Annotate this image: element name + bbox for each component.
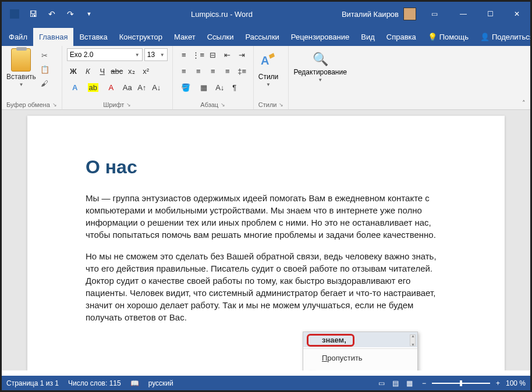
context-menu: знаем, Пропустить 📖 Грамматика... ✂ Выре… [303, 332, 418, 370]
font-size-value: 13 [147, 51, 155, 59]
tab-assist[interactable]: 💡Помощь [422, 28, 474, 46]
align-left-button[interactable]: ≡ [178, 65, 190, 77]
group-styles: A Стили ▼ Стили↘ [254, 46, 289, 109]
tab-help[interactable]: Справка [381, 28, 422, 46]
maximize-button[interactable]: ☐ [477, 2, 503, 26]
tab-review[interactable]: Рецензирование [285, 28, 355, 46]
zoom-level[interactable]: 100 % [506, 379, 526, 387]
bold-button[interactable]: Ж [67, 65, 80, 77]
format-painter-button[interactable]: 🖌 [40, 79, 50, 88]
clipboard-group-label: Буфер обмена [6, 101, 50, 108]
font-launcher[interactable]: ↘ [126, 102, 131, 108]
align-right-button[interactable]: ≡ [207, 65, 219, 77]
font-size-combo[interactable]: 13▼ [144, 48, 168, 61]
collapse-ribbon-button[interactable]: ˄ [522, 99, 526, 107]
align-center-button[interactable]: ≡ [192, 65, 205, 77]
tab-home[interactable]: Главная [33, 28, 73, 46]
sort-button[interactable]: A↓ [214, 81, 226, 94]
svg-text:A: A [261, 54, 269, 67]
superscript-button[interactable]: x² [140, 65, 152, 77]
group-editing: 🔍 Редактирование ▼ [289, 46, 351, 109]
window-title: Lumpics.ru - Word [102, 10, 342, 19]
user-area: Виталий Каиров ▭ [342, 2, 450, 26]
page[interactable]: О нас Мы — группа энтузиастов одержимых … [27, 116, 505, 370]
underline-button[interactable]: Ч [96, 65, 109, 77]
context-skip[interactable]: Пропустить [303, 350, 417, 365]
avatar[interactable] [403, 8, 416, 20]
search-icon: 🔍 [313, 52, 328, 67]
zoom-out-button[interactable]: − [422, 379, 426, 387]
tab-references[interactable]: Ссылки [201, 28, 240, 46]
multilevel-button[interactable]: ⊟ [207, 48, 219, 61]
bulb-icon: 💡 [428, 33, 437, 41]
context-suggestion[interactable]: знаем, [303, 332, 417, 347]
book-icon: 📖 [307, 369, 317, 371]
italic-button[interactable]: К [81, 65, 94, 77]
subscript-button[interactable]: x₂ [125, 65, 138, 77]
context-grammar[interactable]: 📖 Грамматика... [303, 365, 417, 370]
proofing-icon[interactable]: 📖 [130, 379, 139, 387]
zoom-thumb[interactable] [460, 380, 462, 386]
tab-share[interactable]: 👤Поделиться [474, 28, 532, 46]
copy-button[interactable]: 📋 [40, 65, 50, 74]
skip-text: Пропустить [322, 354, 413, 362]
indent-increase-button[interactable]: ⇥ [236, 48, 249, 61]
close-button[interactable]: ✕ [503, 2, 530, 26]
word-icon[interactable] [6, 6, 23, 22]
language-indicator[interactable]: русский [148, 379, 173, 387]
styles-launcher[interactable]: ↘ [279, 102, 283, 108]
shading-button[interactable]: 🪣 [178, 81, 194, 94]
strike-button[interactable]: abc [111, 65, 123, 77]
styles-button[interactable]: A Стили ▼ [258, 48, 279, 87]
clipboard-launcher[interactable]: ↘ [52, 102, 57, 108]
tab-layout[interactable]: Макет [168, 28, 201, 46]
tab-mailings[interactable]: Рассылки [239, 28, 285, 46]
read-mode-button[interactable]: ▭ [375, 378, 388, 389]
editing-button[interactable]: 🔍 Редактирование ▼ [293, 48, 346, 83]
zoom-in-button[interactable]: + [496, 379, 500, 387]
tab-file[interactable]: Файл [3, 28, 33, 46]
clipboard-icon [11, 48, 31, 72]
tab-view[interactable]: Вид [355, 28, 381, 46]
cut-button[interactable]: ✂ [40, 51, 50, 60]
minimize-button[interactable]: — [450, 2, 477, 26]
font-group-label: Шрифт [103, 101, 124, 108]
indent-decrease-button[interactable]: ⇤ [221, 48, 234, 61]
qat-customize[interactable]: ▼ [81, 6, 97, 22]
bullets-button[interactable]: ≡ [178, 48, 190, 61]
change-case-button[interactable]: Aa [121, 81, 134, 94]
paste-dropdown-icon: ▼ [19, 82, 23, 87]
font-name-combo[interactable]: Exo 2.0▼ [67, 48, 143, 61]
word-count[interactable]: Число слов: 115 [68, 379, 121, 387]
shrink-font-button[interactable]: A↓ [150, 81, 163, 94]
context-scroll[interactable] [410, 334, 416, 346]
undo-button[interactable]: ↶ [44, 6, 60, 22]
numbering-button[interactable]: ⋮≡ [192, 48, 205, 61]
highlight-button[interactable]: ab [85, 81, 101, 94]
page-indicator[interactable]: Страница 1 из 1 [6, 379, 59, 387]
line-spacing-button[interactable]: ‡≡ [236, 65, 249, 77]
paste-button[interactable]: Вставить ▼ [6, 48, 36, 87]
view-buttons: ▭ ▤ ▦ [375, 378, 416, 389]
show-marks-button[interactable]: ¶ [228, 81, 241, 94]
grow-font-button[interactable]: A↑ [136, 81, 148, 94]
web-layout-button[interactable]: ▦ [403, 378, 416, 389]
paragraph-1: Мы — группа энтузиастов одержимых идеей … [86, 192, 446, 241]
styles-icon: A [258, 52, 278, 72]
save-button[interactable]: 🖫 [25, 6, 41, 22]
text-effects-button[interactable]: A [67, 81, 83, 94]
tab-insert[interactable]: Вставка [73, 28, 113, 46]
ribbon-display-button[interactable]: ▭ [421, 2, 448, 26]
zoom-slider[interactable] [432, 383, 490, 384]
font-color-button[interactable]: A [103, 81, 119, 94]
paragraph-launcher[interactable]: ↘ [221, 102, 225, 108]
chevron-down-icon: ▼ [135, 52, 140, 58]
paragraph-2: Но мы не сможем это сделать без Вашей об… [86, 250, 446, 323]
document-area: О нас Мы — группа энтузиастов одержимых … [2, 110, 530, 370]
print-layout-button[interactable]: ▤ [389, 378, 402, 389]
justify-button[interactable]: ≡ [221, 65, 234, 77]
redo-button[interactable]: ↷ [62, 6, 79, 22]
tab-design[interactable]: Конструктор [114, 28, 168, 46]
borders-button[interactable]: ▦ [196, 81, 212, 94]
group-clipboard: Вставить ▼ ✂ 📋 🖌 Буфер обмена↘ [2, 46, 62, 109]
